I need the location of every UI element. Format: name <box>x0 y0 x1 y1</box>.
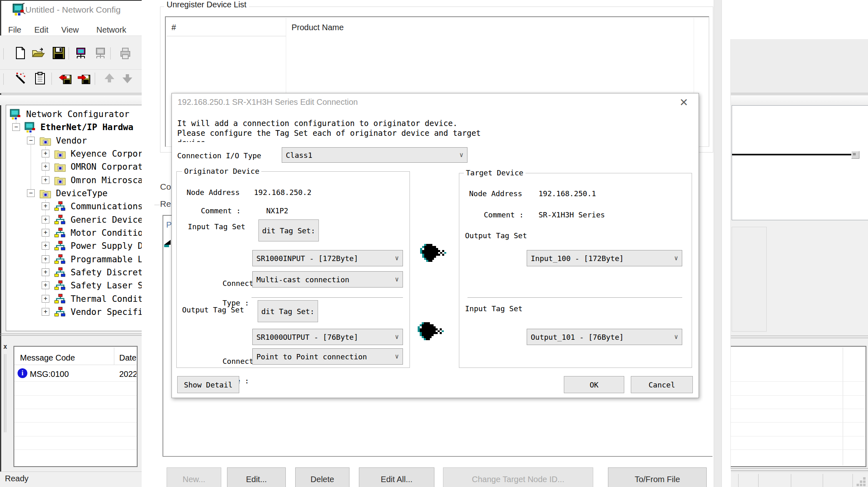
message-pane-grip[interactable] <box>6 354 6 432</box>
dialog-scrollbar-track[interactable] <box>714 0 722 487</box>
target-output-tag-select[interactable]: Input_100 - [172Byte] ∨ <box>527 250 682 266</box>
toolbar-grip[interactable] <box>3 48 4 60</box>
edit-button[interactable]: Edit... <box>227 467 286 487</box>
originator-output-connection-type-select[interactable]: Point to Point connection ∨ <box>252 348 403 365</box>
network-trunk-line[interactable] <box>732 154 851 155</box>
tree-item-power-supply[interactable]: + Power Supply D <box>6 240 142 252</box>
originator-input-tag-select[interactable]: SR1000INPUT - [172Byte] ∨ <box>252 250 403 266</box>
change-target-node-id-button[interactable]: Change Target Node ID... <box>443 467 593 487</box>
expand-icon[interactable]: + <box>42 242 49 250</box>
wizard-wand-icon[interactable] <box>14 72 27 85</box>
collapse-icon[interactable]: − <box>27 137 35 144</box>
message-code-header[interactable]: Message Code <box>20 353 75 363</box>
tree-item-label[interactable]: Motor Conditio <box>71 228 142 238</box>
expand-icon[interactable]: + <box>42 163 49 170</box>
tree-item-generic-device[interactable]: + Generic Device <box>6 214 142 226</box>
toolbar-grip[interactable] <box>3 73 4 85</box>
tree-item-label[interactable]: Safety Discret <box>71 267 142 278</box>
tree-item-network-configurator[interactable]: Network Configurator <box>6 108 142 120</box>
tree-item-vendor-specific[interactable]: + Vendor Specifi <box>6 306 142 318</box>
message-code-cell[interactable]: MSG:0100 <box>30 370 69 379</box>
tree-item-label[interactable]: Safety Laser S <box>71 280 142 291</box>
expand-icon[interactable]: + <box>42 281 49 289</box>
to-from-file-button[interactable]: To/From File <box>608 467 707 487</box>
menu-file[interactable]: File <box>8 25 21 35</box>
hash-column-header[interactable]: # <box>171 23 176 32</box>
tree-item-label[interactable]: OMRON Corporat <box>71 162 142 172</box>
tree-item-programmable-logic[interactable]: + Programmable L <box>6 253 142 266</box>
expand-icon[interactable]: + <box>42 295 49 303</box>
tree-item-label[interactable]: Network Configurator <box>26 109 129 120</box>
edit-all-button[interactable]: Edit All... <box>359 467 434 487</box>
expand-icon[interactable]: + <box>42 229 49 237</box>
tree-item-thermal-condition[interactable]: + Thermal Condit <box>6 293 142 305</box>
tree-item-communications[interactable]: + Communications <box>6 200 142 213</box>
tree-item-label[interactable]: Omron Microsca <box>71 175 142 186</box>
tree-item-omron[interactable]: + OMRON Corporat <box>6 161 142 173</box>
message-date-cell[interactable]: 2022/ <box>119 370 136 379</box>
backup-to-floppy-icon[interactable] <box>77 72 90 85</box>
message-pane-grip[interactable] <box>4 354 4 432</box>
expand-icon[interactable]: + <box>42 268 49 276</box>
expand-icon[interactable]: + <box>42 255 49 263</box>
new-document-icon[interactable] <box>14 46 27 60</box>
tree-item-omron-microscan[interactable]: + Omron Microsca <box>6 174 142 186</box>
menu-network[interactable]: Network <box>96 25 126 35</box>
edit-input-tag-set-button[interactable]: dit Tag Set: <box>258 219 319 241</box>
tree-item-label[interactable]: Power Supply D <box>71 241 142 251</box>
delete-button[interactable]: Delete <box>295 467 349 487</box>
message-list[interactable]: Message Code Date i MSG:0100 2022/ <box>13 346 138 467</box>
message-list-right[interactable] <box>729 346 866 467</box>
network-canvas[interactable] <box>732 105 868 220</box>
tree-item-vendor[interactable]: − Vendor <box>6 135 142 147</box>
tree-item-label[interactable]: Vendor Specifi <box>71 307 142 317</box>
menu-view[interactable]: View <box>61 25 79 35</box>
network-line-end-handle[interactable] <box>851 151 859 159</box>
column-separator[interactable] <box>114 348 114 365</box>
open-folder-icon[interactable] <box>32 46 45 60</box>
expand-icon[interactable]: + <box>42 176 49 184</box>
date-header[interactable]: Date <box>119 353 136 363</box>
cancel-button[interactable]: Cancel <box>631 376 693 393</box>
expand-icon[interactable]: + <box>42 150 49 157</box>
target-input-tag-select[interactable]: Output_101 - [76Byte] ∨ <box>527 329 682 345</box>
collapse-icon[interactable]: − <box>27 189 35 197</box>
tree-item-label[interactable]: Programmable L <box>71 254 142 265</box>
device-list-clipboard-icon[interactable] <box>33 72 47 85</box>
save-floppy-icon[interactable] <box>52 46 65 60</box>
message-pane-close[interactable]: x <box>3 343 7 350</box>
originator-input-connection-type-select[interactable]: Multi-cast connection ∨ <box>252 271 403 288</box>
connections-tab-fragment[interactable]: Co <box>160 182 171 192</box>
expand-icon[interactable]: + <box>42 308 49 316</box>
show-detail-button[interactable]: Show Detail <box>177 376 239 393</box>
expand-icon[interactable]: + <box>42 216 49 224</box>
edit-output-tag-set-button[interactable]: dit Tag Set: <box>258 300 318 322</box>
collapse-icon[interactable]: − <box>12 123 20 131</box>
tree-item-safety-laser[interactable]: + Safety Laser S <box>6 279 142 292</box>
network-offline-icon[interactable] <box>94 46 107 60</box>
new-button[interactable]: New... <box>167 467 221 487</box>
tree-item-label[interactable]: Vendor <box>56 135 87 146</box>
tree-item-label[interactable]: Thermal Condit <box>71 294 142 304</box>
ok-button[interactable]: OK <box>564 376 624 393</box>
tree-item-devicetype[interactable]: − DeviceType <box>6 187 142 199</box>
tree-item-label[interactable]: Keyence Corpor <box>71 148 142 159</box>
tree-item-ethernet-ip-hardware[interactable]: − EtherNet/IP Hardwa <box>6 121 142 133</box>
tree-item-label[interactable]: Communications <box>71 201 142 212</box>
tree-item-keyence[interactable]: + Keyence Corpor <box>6 148 142 160</box>
menu-edit[interactable]: Edit <box>34 25 48 35</box>
tree-item-label[interactable]: DeviceType <box>56 188 107 199</box>
tree-item-label[interactable]: Generic Device <box>71 215 142 225</box>
resize-grip[interactable] <box>856 476 866 487</box>
tree-item-safety-discrete[interactable]: + Safety Discret <box>6 266 142 279</box>
restore-from-floppy-icon[interactable] <box>58 72 71 85</box>
product-name-column-header[interactable]: Product Name <box>292 23 344 32</box>
originator-output-tag-select[interactable]: SR1000OUTPUT - [76Byte] ∨ <box>252 329 403 345</box>
tree-item-motor-condition[interactable]: + Motor Conditio <box>6 227 142 239</box>
connection-io-type-select[interactable]: Class1 ∨ <box>282 147 467 163</box>
upload-to-network-icon[interactable] <box>74 46 87 60</box>
hardware-tree-panel[interactable]: Network Configurator − EtherNet/IP Hardw… <box>6 105 142 331</box>
tree-item-label[interactable]: EtherNet/IP Hardwa <box>40 122 142 133</box>
dialog-close-icon[interactable]: ✕ <box>675 94 693 111</box>
expand-icon[interactable]: + <box>42 202 49 210</box>
